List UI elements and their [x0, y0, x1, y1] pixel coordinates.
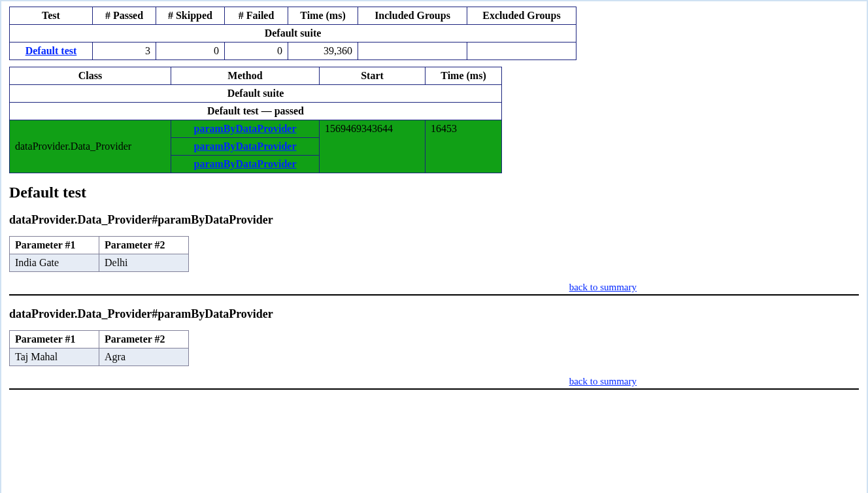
col-test: Test: [10, 7, 93, 25]
details-suite-row: Default suite: [10, 85, 502, 103]
details-status-label: Default test — passed: [10, 103, 502, 120]
col-skipped: # Skipped: [156, 7, 225, 25]
summary-test-link[interactable]: Default test: [25, 45, 77, 56]
details-method-link[interactable]: paramByDataProvider: [193, 123, 296, 134]
col-dtime: Time (ms): [426, 67, 502, 85]
param-header-1: Parameter #1: [10, 237, 99, 254]
summary-skipped: 0: [156, 42, 225, 60]
param-value-1: Taj Mahal: [10, 348, 99, 366]
param-header-2: Parameter #2: [99, 237, 189, 254]
details-row: dataProvider.Data_Provider paramByDataPr…: [10, 120, 502, 138]
col-failed: # Failed: [225, 7, 288, 25]
params-value-row: India Gate Delhi: [10, 254, 189, 272]
details-header-row: Class Method Start Time (ms): [10, 67, 502, 85]
summary-failed: 0: [225, 42, 288, 60]
col-class: Class: [10, 67, 171, 85]
method-heading: dataProvider.Data_Provider#paramByDataPr…: [9, 307, 859, 321]
summary-test-name-cell: Default test: [10, 42, 93, 60]
details-table: Class Method Start Time (ms) Default sui…: [9, 67, 502, 173]
summary-time: 39,360: [288, 42, 358, 60]
params-table: Parameter #1 Parameter #2 Taj Mahal Agra: [9, 330, 189, 366]
param-value-2: Agra: [99, 348, 189, 366]
col-excluded: Excluded Groups: [467, 7, 576, 25]
summary-passed: 3: [93, 42, 156, 60]
summary-table: Test # Passed # Skipped # Failed Time (m…: [9, 7, 576, 60]
params-table: Parameter #1 Parameter #2 India Gate Del…: [9, 236, 189, 272]
back-wrap: back to summary: [9, 375, 859, 387]
params-value-row: Taj Mahal Agra: [10, 348, 189, 366]
report-page: Test # Passed # Skipped # Failed Time (m…: [0, 0, 868, 493]
details-method-link[interactable]: paramByDataProvider: [193, 158, 296, 169]
summary-header-row: Test # Passed # Skipped # Failed Time (m…: [10, 7, 576, 25]
summary-included: [358, 42, 467, 60]
details-suite-label: Default suite: [10, 85, 502, 103]
details-class: dataProvider.Data_Provider: [10, 120, 171, 173]
col-start: Start: [320, 67, 426, 85]
col-method: Method: [171, 67, 320, 85]
summary-data-row: Default test 3 0 0 39,360: [10, 42, 576, 60]
details-method-cell: paramByDataProvider: [171, 156, 320, 173]
details-method-cell: paramByDataProvider: [171, 120, 320, 138]
method-heading: dataProvider.Data_Provider#paramByDataPr…: [9, 213, 859, 227]
suite-label: Default suite: [10, 25, 576, 42]
col-included: Included Groups: [358, 7, 467, 25]
summary-excluded: [467, 42, 576, 60]
details-method-link[interactable]: paramByDataProvider: [193, 141, 296, 152]
summary-suite-row: Default suite: [10, 25, 576, 42]
back-to-summary-link[interactable]: back to summary: [569, 376, 637, 386]
param-value-2: Delhi: [99, 254, 189, 272]
back-to-summary-link[interactable]: back to summary: [569, 282, 637, 292]
test-heading: Default test: [9, 184, 859, 201]
param-header-1: Parameter #1: [10, 331, 99, 348]
param-header-2: Parameter #2: [99, 331, 189, 348]
params-header-row: Parameter #1 Parameter #2: [10, 237, 189, 254]
details-status-row: Default test — passed: [10, 103, 502, 120]
separator: [9, 388, 859, 390]
col-time: Time (ms): [288, 7, 358, 25]
details-start: 1569469343644: [320, 120, 426, 173]
details-time: 16453: [426, 120, 502, 173]
col-passed: # Passed: [93, 7, 156, 25]
param-value-1: India Gate: [10, 254, 99, 272]
details-method-cell: paramByDataProvider: [171, 138, 320, 156]
separator: [9, 294, 859, 296]
back-wrap: back to summary: [9, 281, 859, 293]
params-header-row: Parameter #1 Parameter #2: [10, 331, 189, 348]
